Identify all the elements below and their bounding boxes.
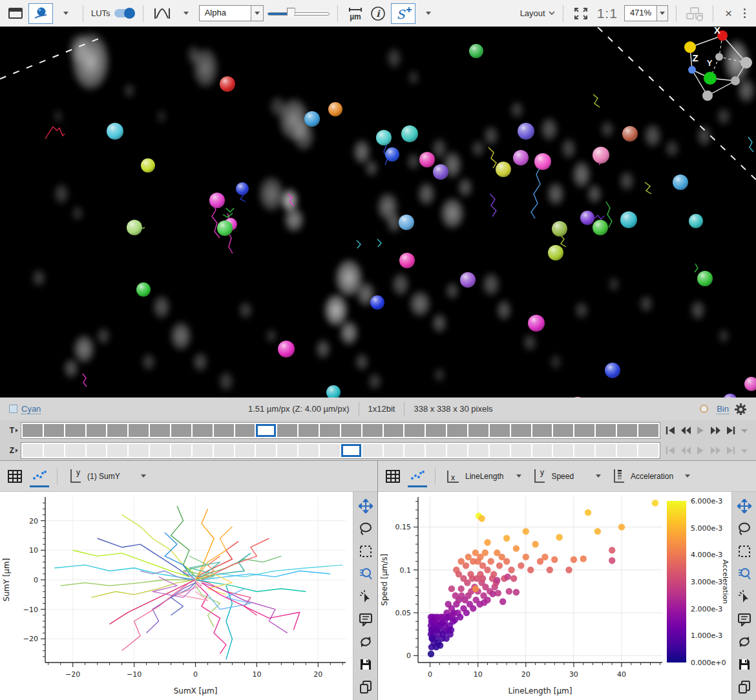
color-feature-dropdown[interactable]: Acceleration (609, 468, 693, 485)
channel-name-link[interactable]: Cyan (21, 404, 41, 414)
tracked-object-sphere[interactable] (518, 123, 534, 140)
z-slider-segment[interactable] (426, 444, 446, 457)
tracked-object-sphere[interactable] (326, 385, 341, 398)
t-slider-segment[interactable] (23, 424, 43, 437)
z-slider-segment[interactable] (320, 444, 340, 457)
z-slider-segment[interactable] (44, 444, 64, 457)
zoom-selection-icon[interactable] (737, 566, 752, 582)
z-slider-segment[interactable] (87, 444, 107, 457)
z-slider-track[interactable] (21, 442, 660, 459)
rectangle-select-icon[interactable] (358, 544, 373, 559)
z-slider-segment[interactable] (384, 444, 404, 457)
tracked-object-sphere[interactable] (376, 130, 392, 145)
one-to-one-zoom-label[interactable]: 1:1 (594, 6, 620, 21)
t-slider-segment[interactable] (65, 424, 85, 437)
copy-icon[interactable] (737, 679, 752, 695)
tracked-object-sphere[interactable] (127, 220, 142, 235)
tracked-object-sphere[interactable] (107, 123, 123, 140)
t-slider-segment[interactable] (129, 424, 149, 437)
tracked-object-sphere[interactable] (593, 220, 608, 235)
tracked-object-sphere[interactable] (278, 341, 295, 357)
spline-tool-button[interactable]: S (391, 3, 415, 24)
tracked-object-sphere[interactable] (401, 125, 418, 142)
display-curve-caret[interactable] (177, 5, 195, 23)
tracked-object-sphere[interactable] (136, 282, 151, 297)
tracked-object-sphere[interactable] (548, 245, 563, 260)
rectangle-select-icon[interactable] (737, 544, 752, 559)
zoom-selection-icon[interactable] (358, 566, 373, 582)
chart-view-tab[interactable] (30, 465, 49, 487)
last-frame-button[interactable] (724, 424, 737, 437)
z-slider-segment[interactable] (107, 444, 127, 457)
t-slider-segment[interactable] (404, 424, 425, 437)
t-slider-segment[interactable] (214, 424, 234, 437)
tracked-object-sphere[interactable] (370, 295, 384, 310)
tracked-object-sphere[interactable] (534, 153, 551, 170)
tracked-object-sphere[interactable] (552, 221, 567, 237)
t-slider-segment[interactable] (511, 424, 531, 437)
tracked-object-sphere[interactable] (141, 158, 155, 173)
z-slider-segment[interactable] (362, 444, 383, 457)
t-slider-segment[interactable] (171, 424, 191, 437)
t-slider-segment[interactable] (384, 424, 404, 437)
more-options-icon[interactable] (740, 8, 750, 18)
t-slider-segment[interactable] (426, 424, 446, 437)
z-slider-segment[interactable] (468, 444, 488, 457)
z-slider-segment[interactable] (341, 444, 361, 457)
t-expander-icon[interactable] (16, 429, 18, 432)
t-slider-segment[interactable] (87, 424, 107, 437)
t-slider-segment[interactable] (299, 424, 319, 437)
z-slider-segment[interactable] (574, 444, 594, 457)
t-slider-segment[interactable] (638, 424, 658, 437)
z-slider-segment[interactable] (129, 444, 149, 457)
tracked-object-sphere[interactable] (496, 162, 511, 177)
scale-bar-icon[interactable]: µm (346, 5, 365, 23)
navigation-tool-button[interactable] (28, 3, 53, 24)
tracked-object-sphere[interactable] (528, 315, 545, 332)
t-slider-segment[interactable] (532, 424, 552, 437)
pan-tool-icon[interactable] (358, 498, 373, 514)
rewind-button[interactable] (679, 424, 693, 437)
tracked-object-sphere[interactable] (217, 220, 233, 236)
z-slider-segment[interactable] (171, 444, 191, 457)
tracked-object-sphere[interactable] (220, 76, 235, 92)
z-slider-segment[interactable] (23, 444, 43, 457)
t-slider-segment[interactable] (193, 424, 213, 437)
tracked-object-sphere[interactable] (209, 193, 225, 208)
tracked-object-sphere[interactable] (328, 102, 342, 116)
t-slider-segment[interactable] (320, 424, 340, 437)
z-slider-segment[interactable] (214, 444, 234, 457)
zoom-combo-caret[interactable] (656, 6, 667, 21)
tracked-object-sphere[interactable] (593, 147, 609, 164)
z-slider-segment[interactable] (553, 444, 573, 457)
t-slider-segment[interactable] (574, 424, 594, 437)
t-slider-segment[interactable] (553, 424, 573, 437)
tracked-object-sphere[interactable] (469, 44, 483, 58)
refresh-icon[interactable] (358, 634, 373, 650)
tracked-object-sphere[interactable] (580, 211, 594, 225)
tracked-object-sphere[interactable] (673, 175, 688, 190)
zoom-combo[interactable]: 471% (624, 5, 668, 21)
z-slider-segment[interactable] (277, 444, 297, 457)
click-select-icon[interactable] (737, 589, 752, 604)
t-slider-segment[interactable] (596, 424, 616, 437)
layout-menu[interactable]: Layout (520, 8, 555, 18)
viewer-3d[interactable]: X Z Y (0, 27, 756, 398)
fit-to-view-icon[interactable] (571, 5, 591, 23)
t-slider-segment[interactable] (362, 424, 383, 437)
t-slider-segment[interactable] (44, 424, 64, 437)
fast-forward-button[interactable] (709, 424, 722, 437)
first-frame-button[interactable] (664, 424, 678, 437)
save-icon[interactable] (737, 657, 752, 672)
close-icon[interactable]: × (721, 6, 736, 21)
y-feature-dropdown[interactable]: y Speed (529, 468, 604, 485)
alpha-slider[interactable] (268, 5, 330, 22)
tracked-object-sphere[interactable] (620, 211, 637, 228)
display-curve-icon[interactable] (151, 5, 173, 23)
t-slider-segment[interactable] (341, 424, 361, 437)
t-slider-segment[interactable] (447, 424, 467, 437)
tracked-object-sphere[interactable] (399, 215, 414, 230)
lasso-tool-icon[interactable] (737, 521, 752, 536)
bin-radio[interactable] (700, 405, 708, 413)
spline-tool-caret[interactable] (419, 5, 437, 23)
